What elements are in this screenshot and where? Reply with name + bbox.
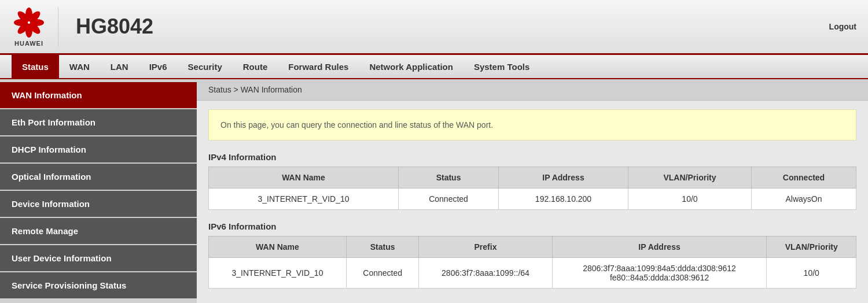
ipv6-row1-ip-line2: fe80::84a5:ddda:d308:9612 bbox=[562, 273, 757, 282]
ipv6-row1-vlan-priority: 10/0 bbox=[767, 258, 856, 289]
ipv6-row1-wan-name: 3_INTERNET_R_VID_10 bbox=[209, 258, 347, 289]
ipv4-col-connected: Connected bbox=[752, 167, 856, 189]
table-row: 3_INTERNET_R_VID_10 Connected 192.168.10… bbox=[209, 189, 856, 210]
ipv6-col-vlan-priority: VLAN/Priority bbox=[767, 237, 856, 258]
ipv6-col-wan-name: WAN Name bbox=[209, 237, 347, 258]
sidebar-item-device-information[interactable]: Device Information bbox=[0, 191, 197, 218]
brand-label: HUAWEI bbox=[14, 40, 43, 47]
nav-item-status[interactable]: Status bbox=[12, 54, 59, 79]
ipv6-table-header-row: WAN Name Status Prefix IP Address VLAN/P… bbox=[209, 237, 856, 258]
logo-area: HUAWEI bbox=[12, 7, 58, 47]
nav-item-forward-rules[interactable]: Forward Rules bbox=[278, 54, 359, 79]
sidebar-item-remote-manage[interactable]: Remote Manage bbox=[0, 218, 197, 245]
info-message-box: On this page, you can query the connecti… bbox=[208, 109, 856, 141]
nav-item-ipv6[interactable]: IPv6 bbox=[139, 54, 178, 79]
device-title: HG8042 bbox=[70, 14, 153, 39]
nav-item-wan[interactable]: WAN bbox=[59, 54, 100, 79]
ipv4-row1-connected: AlwaysOn bbox=[752, 189, 856, 210]
page-header: HUAWEI HG8042 Logout bbox=[0, 0, 868, 55]
ipv4-col-wan-name: WAN Name bbox=[209, 167, 399, 189]
nav-item-lan[interactable]: LAN bbox=[100, 54, 139, 79]
ipv4-row1-ip-address: 192.168.10.200 bbox=[499, 189, 628, 210]
sidebar-item-user-device-information[interactable]: User Device Information bbox=[0, 245, 197, 272]
nav-item-network-application[interactable]: Network Application bbox=[359, 54, 463, 79]
ipv4-col-vlan-priority: VLAN/Priority bbox=[628, 167, 751, 189]
nav-item-route[interactable]: Route bbox=[233, 54, 278, 79]
sidebar-item-service-provisioning-status[interactable]: Service Provisioning Status bbox=[0, 272, 197, 300]
ipv6-row1-ip-line1: 2806:3f7:8aaa:1099:84a5:ddda:d308:9612 bbox=[562, 264, 757, 273]
sidebar: WAN Information Eth Port Information DHC… bbox=[0, 79, 197, 303]
ipv6-col-prefix: Prefix bbox=[419, 237, 552, 258]
sidebar-item-eth-port-information[interactable]: Eth Port Information bbox=[0, 109, 197, 136]
ipv4-row1-status: Connected bbox=[399, 189, 499, 210]
ipv6-row1-ip-address: 2806:3f7:8aaa:1099:84a5:ddda:d308:9612 f… bbox=[552, 258, 767, 289]
ipv4-col-status: Status bbox=[399, 167, 499, 189]
ipv4-table: WAN Name Status IP Address VLAN/Priority… bbox=[208, 167, 856, 210]
ipv4-row1-vlan-priority: 10/0 bbox=[628, 189, 751, 210]
content-area: WAN Information Eth Port Information DHC… bbox=[0, 79, 868, 303]
sidebar-item-dhcp-information[interactable]: DHCP Information bbox=[0, 136, 197, 164]
huawei-logo-icon bbox=[12, 7, 46, 39]
breadcrumb: Status > WAN Information bbox=[197, 79, 868, 101]
ipv4-section-header: IPv4 Information bbox=[208, 152, 856, 162]
logout-button[interactable]: Logout bbox=[829, 22, 856, 31]
sidebar-item-optical-information[interactable]: Optical Information bbox=[0, 164, 197, 191]
main-content: Status > WAN Information On this page, y… bbox=[197, 79, 868, 303]
ipv4-row1-wan-name: 3_INTERNET_R_VID_10 bbox=[209, 189, 399, 210]
sidebar-item-wan-information[interactable]: WAN Information bbox=[0, 82, 197, 109]
ipv6-table: WAN Name Status Prefix IP Address VLAN/P… bbox=[208, 236, 856, 289]
table-row: 3_INTERNET_R_VID_10 Connected 2806:3f7:8… bbox=[209, 258, 856, 289]
ipv6-row1-status: Connected bbox=[346, 258, 418, 289]
content-inner: On this page, you can query the connecti… bbox=[197, 101, 868, 303]
ipv4-col-ip-address: IP Address bbox=[499, 167, 628, 189]
nav-item-security[interactable]: Security bbox=[178, 54, 233, 79]
ipv6-section-header: IPv6 Information bbox=[208, 221, 856, 231]
ipv6-col-status: Status bbox=[346, 237, 418, 258]
ipv6-col-ip-address: IP Address bbox=[552, 237, 767, 258]
info-message-text: On this page, you can query the connecti… bbox=[220, 120, 493, 130]
huawei-logo: HUAWEI bbox=[12, 7, 46, 47]
nav-item-system-tools[interactable]: System Tools bbox=[464, 54, 540, 79]
ipv4-table-header-row: WAN Name Status IP Address VLAN/Priority… bbox=[209, 167, 856, 189]
ipv6-row1-prefix: 2806:3f7:8aaa:1099::/64 bbox=[419, 258, 552, 289]
main-navbar: Status WAN LAN IPv6 Security Route Forwa… bbox=[0, 55, 868, 79]
